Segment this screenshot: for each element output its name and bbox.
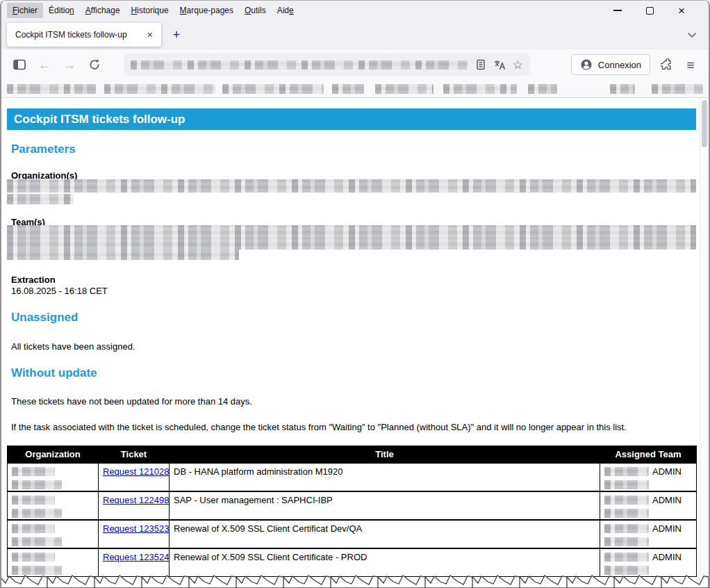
maximize-icon <box>646 7 654 15</box>
team-redacted <box>604 553 649 562</box>
reader-view-button[interactable] <box>475 59 486 70</box>
tab-strip: Cockpit ITSM tickets follow-up × + <box>1 20 709 49</box>
without-update-intro: These tickets have not been updated for … <box>11 396 252 407</box>
bookmark-item[interactable] <box>104 84 215 94</box>
organization-redacted-line-1 <box>7 179 696 193</box>
reader-view-icon <box>475 59 486 70</box>
new-tab-button[interactable]: + <box>168 26 185 43</box>
menu-affichage[interactable]: Affichage <box>80 3 126 18</box>
ticket-cell: Request 122498 <box>99 491 170 520</box>
without-update-heading: Without update <box>11 366 97 380</box>
translate-button[interactable] <box>493 59 506 70</box>
translate-icon <box>493 59 506 70</box>
navigation-toolbar: ← → <box>1 49 709 80</box>
title-cell: DB - HANA platform administration M1920 <box>170 463 600 491</box>
back-icon: ← <box>38 58 51 72</box>
team-redacted <box>604 467 649 476</box>
bookmark-item[interactable] <box>7 84 96 94</box>
organization-redacted <box>12 467 55 476</box>
title-cell: SAP - User management : SAPHCI-IBP <box>170 491 600 520</box>
tab-close-button[interactable]: × <box>145 28 156 42</box>
organization-cell <box>8 520 99 548</box>
signin-button[interactable]: Connexion <box>571 54 650 75</box>
organization-cell <box>8 463 99 491</box>
reload-button[interactable] <box>85 55 104 74</box>
organization-cell <box>8 491 99 520</box>
title-cell: Renewal of X.509 SSL Client Certificat D… <box>170 520 600 548</box>
team-redacted-line-2 <box>7 238 696 250</box>
sidebar-icon <box>13 58 26 71</box>
header-assigned-team: Assigned Team <box>600 446 697 463</box>
bookmark-item[interactable] <box>375 84 434 94</box>
menu-aide[interactable]: Aide <box>272 3 299 18</box>
torn-edge-decoration <box>0 573 710 588</box>
extraction-value: 16.08.2025 - 16:18 CET <box>11 286 108 296</box>
table-row: Request 122498 SAP - User management : S… <box>8 491 697 520</box>
tickets-table: Organization Ticket Title Assigned Team … <box>7 446 697 577</box>
bookmark-item[interactable] <box>222 84 324 94</box>
url-bar[interactable]: ☆ <box>124 54 530 76</box>
bookmark-item[interactable] <box>443 84 517 94</box>
bookmark-item[interactable] <box>332 84 364 94</box>
maximize-button[interactable] <box>634 2 666 19</box>
ticket-link[interactable]: Request 122498 <box>103 495 169 505</box>
back-button[interactable]: ← <box>35 55 54 74</box>
table-row: Request 123523 Renewal of X.509 SSL Clie… <box>8 520 697 548</box>
team-redacted <box>604 509 649 518</box>
extensions-button[interactable] <box>657 55 677 74</box>
menu-outils[interactable]: Outils <box>239 3 272 18</box>
bookmark-item[interactable] <box>652 84 703 94</box>
assigned-team-cell: ADMIN <box>600 463 697 491</box>
parameters-heading: Parameters <box>11 142 76 156</box>
ticket-link[interactable]: Request 123523 <box>103 523 169 534</box>
forward-button[interactable]: → <box>60 55 79 74</box>
menu-fichier[interactable]: Fichier <box>7 3 43 18</box>
tab-title: Cockpit ITSM tickets follow-up <box>15 30 145 40</box>
ticket-link[interactable]: Request 121028 <box>103 466 169 477</box>
team-redacted <box>604 537 649 546</box>
list-all-tabs-button[interactable] <box>685 29 699 42</box>
menu-historique[interactable]: Historique <box>126 3 174 18</box>
without-update-note: If the task associated with the ticket i… <box>11 422 627 432</box>
team-suffix: ADMIN <box>652 523 682 534</box>
organization-redacted <box>12 496 55 505</box>
hamburger-icon: ≡ <box>686 58 694 72</box>
chevron-down-icon <box>685 29 699 42</box>
menu-edition[interactable]: Édition <box>43 3 80 18</box>
vertical-scrollbar[interactable] <box>700 98 709 588</box>
reload-icon <box>88 58 101 71</box>
minimize-icon <box>613 10 622 11</box>
close-button[interactable]: × <box>666 2 697 19</box>
tab-cockpit-itsm[interactable]: Cockpit ITSM tickets follow-up × <box>7 23 161 47</box>
account-icon <box>580 58 593 71</box>
organization-redacted <box>12 480 62 489</box>
minimize-button[interactable] <box>602 2 634 19</box>
window-controls: × <box>602 2 709 19</box>
app-menu-button[interactable]: ≡ <box>681 55 700 74</box>
unassigned-heading: Unassigned <box>11 311 78 325</box>
ticket-link[interactable]: Request 123524 <box>103 552 169 562</box>
table-row: Request 121028 DB - HANA platform admini… <box>8 463 697 491</box>
header-ticket: Ticket <box>99 446 170 463</box>
header-organization: Organization <box>8 446 99 463</box>
team-redacted <box>604 496 649 505</box>
scrollbar-thumb[interactable] <box>702 100 707 147</box>
bookmark-item[interactable] <box>610 84 635 94</box>
sidebar-toggle-button[interactable] <box>10 55 29 74</box>
team-redacted-line-1 <box>7 225 696 238</box>
menu-marque-pages[interactable]: Marque-pages <box>174 3 239 18</box>
puzzle-icon <box>661 58 673 71</box>
team-redacted <box>604 480 649 489</box>
bookmark-item[interactable] <box>528 84 557 94</box>
team-suffix: ADMIN <box>652 552 682 562</box>
organization-redacted-line-2 <box>7 194 74 204</box>
header-title: Title <box>170 446 600 463</box>
extraction-label: Extraction <box>11 275 56 285</box>
bookmark-star-button[interactable]: ☆ <box>513 59 523 71</box>
organization-redacted <box>12 537 62 546</box>
team-redacted <box>604 524 649 533</box>
team-redacted-line-3 <box>7 250 239 260</box>
browser-window: Fichier Édition Affichage Historique Mar… <box>0 0 710 588</box>
ticket-cell: Request 121028 <box>99 463 170 491</box>
assigned-team-cell: ADMIN <box>600 491 697 520</box>
